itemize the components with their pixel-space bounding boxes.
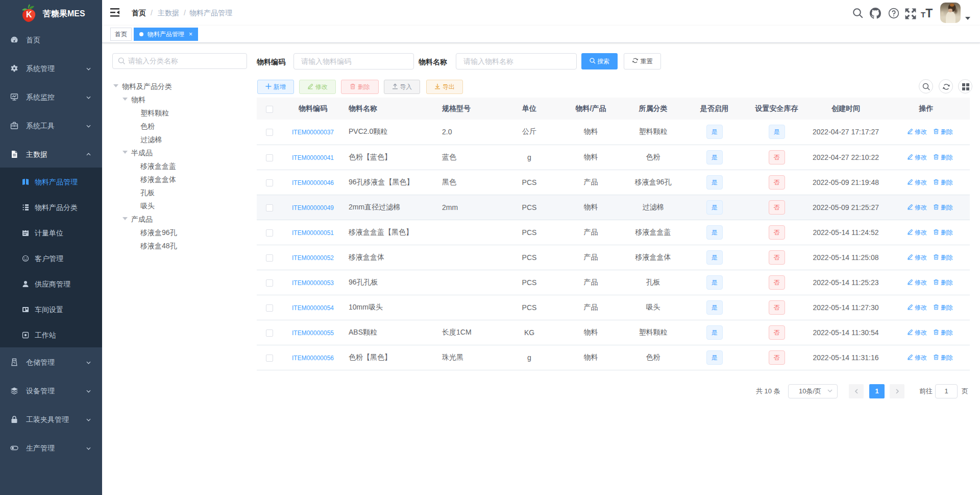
svg-text:K: K <box>26 10 32 19</box>
